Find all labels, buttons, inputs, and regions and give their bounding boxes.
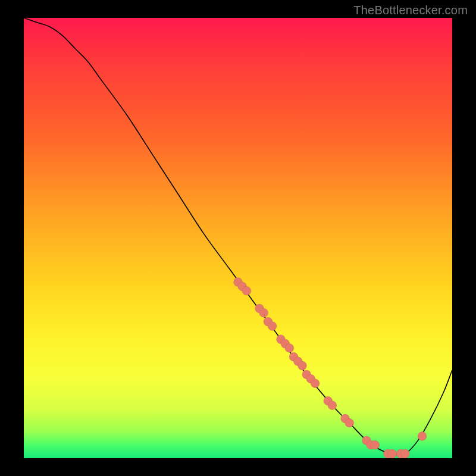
data-point [242,286,251,295]
data-point [311,379,320,388]
data-point [298,361,307,370]
data-point [259,308,268,317]
plot-area [24,18,452,458]
bottleneck-curve [24,18,452,455]
data-point [388,449,397,458]
data-point [371,440,380,449]
data-point [328,401,337,410]
attribution-label: TheBottlenecker.com [353,4,468,17]
data-point [345,418,354,427]
data-point [268,322,277,331]
data-point [400,449,409,458]
data-point [418,432,427,441]
curve-layer [24,18,452,458]
chart-container: TheBottlenecker.com [0,0,476,476]
data-points [234,278,427,459]
data-point [285,344,294,353]
